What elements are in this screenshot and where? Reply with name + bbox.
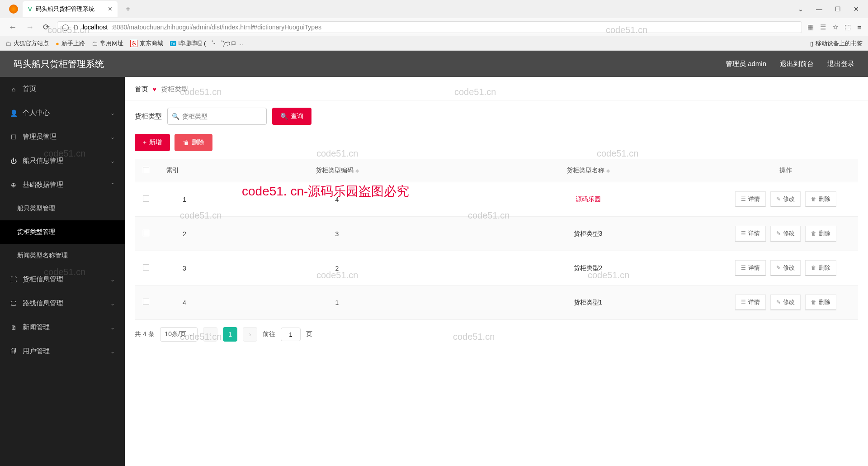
sidebar-sub-container-type[interactable]: 货柜类型管理 (0, 220, 125, 244)
close-window-icon[interactable]: ✕ (854, 5, 859, 13)
sort-icon: ◆ (355, 168, 359, 173)
table-row: 32货柜类型2☰详情✎修改🗑删除 (135, 251, 858, 285)
sidebar-user-mgmt[interactable]: 🗐用户管理⌄ (0, 339, 125, 363)
row-checkbox[interactable] (143, 230, 149, 236)
bookmark-common[interactable]: 🗀常用网址 (92, 39, 123, 48)
goto-prefix: 前往 (263, 330, 275, 338)
page-size-select[interactable]: 10条/页 (160, 327, 198, 342)
delete-row-button[interactable]: 🗑删除 (805, 191, 836, 207)
extensions-icon[interactable]: ⬚ (844, 23, 851, 31)
prev-page-button[interactable]: ‹ (203, 327, 217, 342)
mobile-icon: ▯ (810, 40, 813, 47)
edit-button[interactable]: ✎修改 (770, 191, 801, 207)
window-dropdown-icon[interactable]: ⌄ (798, 5, 803, 13)
user-icon: 👤 (10, 109, 17, 117)
action-row: +新增 🗑删除 (135, 134, 858, 151)
cell-name: 货柜类型2 (462, 251, 713, 285)
maximize-icon[interactable]: ☐ (835, 5, 841, 13)
reload-button[interactable]: ⟳ (41, 20, 52, 34)
bookmark-bilibili[interactable]: tv哔哩哔哩 ( ゜- ゜)つロ ... (170, 39, 243, 48)
bookmark-jd[interactable]: 东京东商城 (130, 39, 163, 48)
trash-icon: 🗑 (811, 299, 816, 305)
detail-button[interactable]: ☰详情 (735, 295, 766, 310)
reader-icon[interactable]: ☰ (820, 23, 826, 31)
header-to-front[interactable]: 退出到前台 (780, 60, 814, 68)
sidebar-home[interactable]: ⌂首页 (0, 77, 125, 101)
pager-total: 共 4 条 (135, 330, 155, 338)
folder-icon: 🗀 (5, 40, 11, 47)
detail-button[interactable]: ☰详情 (735, 226, 766, 242)
bookmark-mobile[interactable]: ▯移动设备上的书签 (810, 39, 863, 48)
detail-button[interactable]: ☰详情 (735, 191, 766, 207)
browser-tab[interactable]: V 码头船只货柜管理系统 × (23, 1, 118, 17)
chevron-down-icon: ⌄ (110, 134, 115, 140)
back-button[interactable]: ← (7, 21, 19, 34)
detail-button[interactable]: ☰详情 (735, 260, 766, 276)
sidebar-admin-mgmt[interactable]: ☐管理员管理⌄ (0, 125, 125, 149)
header-logout[interactable]: 退出登录 (827, 60, 854, 68)
main-content: 首页 ♥ 货柜类型 货柜类型 🔍 🔍查询 +新增 🗑删除 (125, 77, 868, 466)
table-row: 23货柜类型3☰详情✎修改🗑删除 (135, 217, 858, 251)
doc-icon: 🗎 (10, 324, 17, 331)
sidebar-route-info[interactable]: 🖵路线信息管理⌄ (0, 291, 125, 315)
page-1-button[interactable]: 1 (223, 327, 237, 342)
breadcrumb-home[interactable]: 首页 (135, 85, 148, 94)
list-icon: ☰ (741, 265, 746, 271)
chevron-down-icon: ⌄ (110, 324, 115, 331)
row-checkbox[interactable] (143, 299, 149, 305)
url-input[interactable]: ◯ 🗋 localhost:8080/matouchuanzhihuogui/a… (57, 21, 802, 33)
sidebar-sub-news-type[interactable]: 新闻类型名称管理 (0, 244, 125, 267)
sidebar-personal[interactable]: 👤个人中心⌄ (0, 101, 125, 125)
delete-row-button[interactable]: 🗑删除 (805, 295, 836, 310)
header-user[interactable]: 管理员 admin (726, 60, 766, 68)
shield-icon: ◯ (62, 24, 69, 31)
col-code[interactable]: 货柜类型编码◆ (212, 159, 462, 182)
edit-icon: ✎ (776, 299, 781, 305)
select-all-checkbox[interactable] (143, 167, 149, 173)
sidebar-container-info[interactable]: ⛶货柜信息管理⌄ (0, 267, 125, 291)
power-icon: ⏻ (10, 157, 17, 165)
forward-button[interactable]: → (24, 21, 36, 34)
tab-close-icon[interactable]: × (108, 5, 112, 13)
delete-row-button[interactable]: 🗑删除 (805, 260, 836, 276)
cell-name: 源码乐园 (462, 182, 713, 217)
cell-code: 2 (212, 251, 462, 285)
minimize-icon[interactable]: — (816, 5, 822, 13)
query-button[interactable]: 🔍查询 (272, 108, 311, 125)
add-button[interactable]: +新增 (135, 134, 170, 151)
search-input[interactable] (167, 108, 267, 125)
col-name[interactable]: 货柜类型名称◆ (462, 159, 713, 182)
row-checkbox[interactable] (143, 195, 149, 202)
edit-button[interactable]: ✎修改 (770, 226, 801, 242)
admin-icon: ☐ (10, 133, 17, 141)
plus-icon: + (143, 139, 146, 146)
edit-button[interactable]: ✎修改 (770, 260, 801, 276)
row-checkbox[interactable] (143, 264, 149, 271)
goto-page-input[interactable] (281, 328, 301, 341)
next-page-button[interactable]: › (243, 327, 257, 342)
bookmark-star-icon[interactable]: ☆ (832, 23, 838, 31)
cell-name: 货柜类型1 (462, 285, 713, 320)
chevron-down-icon: ⌄ (110, 110, 115, 116)
edit-button[interactable]: ✎修改 (770, 295, 801, 310)
cell-name: 货柜类型3 (462, 217, 713, 251)
cell-index: 4 (157, 285, 212, 320)
window-controls: ⌄ — ☐ ✕ (798, 5, 868, 13)
tab-bar: V 码头船只货柜管理系统 × + ⌄ — ☐ ✕ (0, 0, 868, 18)
sidebar-ship-info[interactable]: ⏻船只信息管理⌄ (0, 149, 125, 173)
pager: 共 4 条 10条/页 ‹ 1 › 前往 页 (135, 320, 858, 342)
firefox-icon (9, 5, 18, 14)
delete-button[interactable]: 🗑删除 (175, 134, 212, 151)
vue-icon: V (28, 6, 32, 13)
address-bar: ← → ⟳ ◯ 🗋 localhost:8080/matouchuanzhihu… (0, 18, 868, 36)
sidebar-sub-ship-type[interactable]: 船只类型管理 (0, 197, 125, 220)
bookmark-newbie[interactable]: ●新手上路 (56, 39, 85, 48)
qr-icon[interactable]: ▦ (807, 23, 814, 31)
delete-row-button[interactable]: 🗑删除 (805, 226, 836, 242)
bookmark-firefox[interactable]: 🗀火狐官方站点 (5, 39, 49, 48)
sidebar-news-mgmt[interactable]: 🗎新闻管理⌄ (0, 315, 125, 339)
trash-icon: 🗑 (811, 230, 816, 237)
new-tab-button[interactable]: + (122, 5, 134, 14)
menu-icon[interactable]: ≡ (857, 24, 861, 31)
sidebar-base-data[interactable]: ⊕基础数据管理⌃ (0, 173, 125, 197)
